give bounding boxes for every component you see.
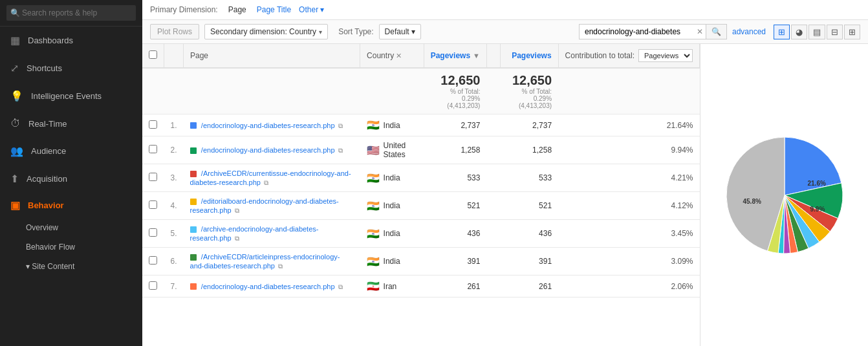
- country-name: United States: [384, 141, 417, 159]
- row-checkbox-cell[interactable]: [142, 114, 164, 136]
- sidebar-item-dashboards[interactable]: ▦ Dashboards: [0, 27, 142, 54]
- page-cell: /endocrinology-and-diabetes-research.php…: [184, 114, 360, 136]
- sort-type-dropdown[interactable]: Default ▾: [379, 24, 421, 39]
- contribution-select[interactable]: Pageviews: [638, 49, 693, 62]
- row-checkbox[interactable]: [149, 145, 157, 153]
- country-col-header[interactable]: Country ✕: [360, 44, 424, 68]
- row-checkbox[interactable]: [149, 256, 157, 265]
- advanced-link[interactable]: advanced: [732, 27, 766, 36]
- sidebar-item-overview[interactable]: Overview: [0, 218, 142, 237]
- page-link[interactable]: /ArchiveECDR/articleinpress-endocrinolog…: [190, 253, 340, 270]
- pageviews-cell: 261: [424, 276, 486, 297]
- country-flag: 🇮🇷: [367, 280, 380, 292]
- country-flag: 🇮🇳: [367, 172, 380, 184]
- row-checkbox-cell[interactable]: [142, 220, 164, 248]
- sidebar-item-realtime[interactable]: ⏱ Real-Time: [0, 110, 142, 137]
- external-link-icon[interactable]: ⧉: [338, 122, 343, 129]
- sort-indicator-cell: [486, 248, 500, 276]
- country-flag: 🇮🇳: [367, 119, 380, 131]
- sidebar-item-label: Dashboards: [28, 36, 73, 45]
- row-checkbox-cell[interactable]: [142, 192, 164, 220]
- sidebar-item-behavior[interactable]: ▣ Behavior: [0, 193, 142, 218]
- country-cell: 🇮🇳 India: [360, 164, 424, 192]
- pageviews2-label: Pageviews: [512, 51, 551, 60]
- sidebar-item-acquisition[interactable]: ⬆ Acquisition: [0, 165, 142, 193]
- external-link-icon[interactable]: ⧉: [338, 147, 343, 154]
- sidebar-item-intelligence[interactable]: 💡 Intelligence Events: [0, 82, 142, 110]
- pageviews2-cell: 391: [500, 248, 558, 276]
- country-label: Country: [367, 51, 394, 60]
- pie-view-button[interactable]: ◕: [791, 25, 807, 39]
- summary-total-count: (4,413,203): [430, 102, 480, 109]
- page-link[interactable]: /endocrinology-and-diabetes-research.php: [201, 283, 335, 290]
- row-checkbox-cell[interactable]: [142, 164, 164, 192]
- pageviews-col-header[interactable]: Pageviews ▼: [424, 44, 486, 68]
- primary-dimension-toolbar: Primary Dimension: Page Page Title Other…: [142, 0, 868, 20]
- plot-rows-button[interactable]: Plot Rows: [150, 24, 199, 39]
- sidebar-item-shortcuts[interactable]: ⤢ Shortcuts: [0, 54, 142, 82]
- row-checkbox-cell[interactable]: [142, 136, 164, 164]
- summary-count2: (4,413,203): [506, 102, 552, 109]
- external-link-icon[interactable]: ⧉: [235, 207, 239, 214]
- row-color-dot: [190, 147, 197, 154]
- external-link-icon[interactable]: ⧉: [338, 283, 343, 290]
- sidebar-item-label: Intelligence Events: [31, 91, 102, 101]
- country-cell: 🇮🇳 India: [360, 220, 424, 248]
- data-table: Page Country ✕ Pageviews ▼: [142, 44, 700, 297]
- country-flag: 🇮🇳: [367, 255, 380, 268]
- behavior-icon: ▣: [10, 199, 20, 211]
- row-checkbox[interactable]: [149, 173, 157, 181]
- summary-pct: % of Total: 0.29%: [430, 88, 480, 102]
- pct-cell: 21.64%: [558, 114, 699, 136]
- page-link[interactable]: /endocrinology-and-diabetes-research.php: [201, 122, 335, 129]
- overview-label: Overview: [26, 223, 58, 232]
- row-checkbox[interactable]: [149, 200, 157, 209]
- pageviews-cell: 533: [424, 164, 486, 192]
- page-link[interactable]: /editorialboard-endocrinology-and-diabet…: [190, 197, 339, 214]
- pageviews-cell: 2,737: [424, 114, 486, 136]
- secondary-dim-dropdown[interactable]: Secondary dimension: Country ▾: [204, 24, 328, 39]
- behavior-flow-label: Behavior Flow: [26, 243, 75, 252]
- pie-label-45: 45.8%: [743, 198, 761, 205]
- clear-search-icon[interactable]: ✕: [697, 27, 703, 36]
- bar-view-button[interactable]: ▤: [808, 25, 825, 39]
- remove-country-icon[interactable]: ✕: [396, 52, 402, 59]
- country-flag: 🇺🇸: [367, 144, 380, 157]
- table-row: 1. /endocrinology-and-diabetes-research.…: [142, 114, 700, 136]
- search-input[interactable]: [6, 5, 136, 21]
- page-col-header[interactable]: Page: [184, 44, 360, 68]
- dim-other-button[interactable]: Other ▾: [299, 5, 324, 14]
- sidebar-item-site-content[interactable]: ▾ Site Content: [0, 257, 142, 276]
- row-checkbox[interactable]: [149, 281, 157, 290]
- row-number: 4.: [164, 192, 184, 220]
- external-link-icon[interactable]: ⧉: [278, 263, 283, 270]
- sidebar-item-audience[interactable]: 👥 Audience: [0, 137, 142, 165]
- dim-page-link[interactable]: Page: [226, 5, 249, 14]
- row-num-col-header: [164, 44, 184, 68]
- external-link-icon[interactable]: ⧉: [235, 235, 239, 242]
- row-checkbox-cell[interactable]: [142, 248, 164, 276]
- filter-input[interactable]: [579, 24, 708, 39]
- page-link[interactable]: /ArchiveECDR/currentissue-endocrinology-…: [190, 169, 351, 186]
- row-checkbox-cell[interactable]: [142, 276, 164, 297]
- search-bar[interactable]: 🔍: [0, 0, 142, 27]
- pageviews-cell: 436: [424, 220, 486, 248]
- country-cell: 🇺🇸 United States: [360, 136, 424, 164]
- table-view-button[interactable]: ⊞: [774, 25, 790, 39]
- page-link[interactable]: /archive-endocrinology-and-diabetes-rese…: [190, 225, 319, 242]
- row-checkbox[interactable]: [149, 228, 157, 237]
- row-checkbox[interactable]: [149, 120, 157, 129]
- search-button[interactable]: 🔍: [706, 24, 727, 39]
- summary-pageviews2: 12,650: [506, 73, 552, 88]
- custom-view-button[interactable]: ⊞: [844, 25, 860, 39]
- dim-page-title-link[interactable]: Page Title: [254, 5, 294, 14]
- external-link-icon[interactable]: ⧉: [264, 179, 268, 186]
- pivot-view-button[interactable]: ⊟: [827, 25, 843, 39]
- page-link[interactable]: /endocrinology-and-diabetes-research.php: [201, 146, 335, 154]
- page-header-label: Page: [190, 51, 208, 60]
- row-color-dot: [190, 199, 197, 205]
- sidebar-item-behavior-flow[interactable]: Behavior Flow: [0, 237, 142, 257]
- intelligence-icon: 💡: [10, 90, 23, 102]
- select-all-checkbox[interactable]: [149, 50, 157, 59]
- row-number: 3.: [164, 164, 184, 192]
